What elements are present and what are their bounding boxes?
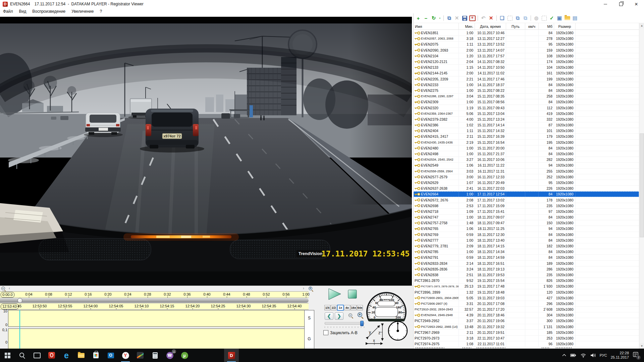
file-row[interactable]: EVEN26291:0716.11.2017 20:49951920x1080 <box>414 180 639 186</box>
menu-item-?[interactable]: ? <box>97 8 105 14</box>
file-row[interactable]: EVEN21041:2013.11.2017 17:571081920x1080 <box>414 53 639 59</box>
file-row[interactable]: EVEN21331:1514.11.2017 10:501041920x1080 <box>414 65 639 70</box>
timeline-slider-handle[interactable] <box>17 298 22 303</box>
file-row[interactable]: EVEN2558-2559, 25643:0316.11.2017 11:312… <box>414 169 639 174</box>
file-row[interactable]: EVEN27181:0917.11.2017 15:41971920x1080 <box>414 209 639 215</box>
sphere-disabled-icon[interactable]: ◍ <box>533 15 540 21</box>
snapshot-icon[interactable]: ▣ <box>556 15 563 21</box>
timeline-scroll-right-icon[interactable]: › <box>303 286 304 291</box>
cascade-windows-icon[interactable]: ⧉ <box>514 15 521 21</box>
file-row[interactable]: EVEN28382:5118.11.2017 19:532351920x1080 <box>414 272 639 278</box>
delete-icon[interactable]: ✕ <box>488 15 494 21</box>
tray-clock[interactable]: 22:28 25.11.2017 <box>611 351 629 360</box>
file-row[interactable]: EVEN2534, 2540, 25423:2716.11.2017 10:06… <box>414 157 639 163</box>
file-row[interactable]: PICT2949-29523:3720.11.2017 19:063001920… <box>414 318 639 324</box>
column-header-км/ч[interactable]: км/ч <box>525 23 539 29</box>
file-row[interactable]: EVEN2430, 2435-24362:1915.11.2017 16:541… <box>414 140 639 145</box>
save-icon[interactable] <box>461 15 468 21</box>
file-row[interactable]: EVEN2359, 2364-23675:0615.11.2017 13:044… <box>414 111 639 117</box>
file-row[interactable]: EVEN20751:1113.11.2017 13:52951920x1080 <box>414 42 639 47</box>
stop-button[interactable] <box>347 289 358 299</box>
column-header-Мин.[interactable]: Мин. <box>459 23 475 29</box>
file-row[interactable]: EVEN26641:0017.11.2017 12:54841920x1080 <box>414 191 639 197</box>
column-header-Дата, время[interactable]: Дата, время <box>475 23 506 29</box>
menu-item-Файл[interactable]: Файл <box>0 8 16 14</box>
file-row[interactable]: EVEN2779, 27812:0918.11.2017 14:15182192… <box>414 243 639 249</box>
file-row[interactable]: EVEN2833-28342:1418.11.2017 16:511891920… <box>414 261 639 266</box>
empty-slot-icon[interactable] <box>506 15 513 21</box>
speed-button-1/4[interactable]: 1/4 <box>324 305 330 310</box>
new-window-icon[interactable]: ❑ <box>499 15 505 21</box>
position-ruler[interactable]: 0:00.0 0:040:080:120:160:200:240:280:320… <box>0 291 309 298</box>
playhead[interactable] <box>19 310 20 349</box>
column-header-Путь[interactable]: Путь <box>506 23 525 29</box>
gsensor-graph[interactable] <box>8 328 305 349</box>
yandex-browser-icon[interactable]: Y <box>118 349 133 362</box>
file-row[interactable]: EVEN24801:0015.11.2017 20:00841920x1080 <box>414 145 639 151</box>
file-row[interactable]: EVEN22751:0015.11.2017 08:22841920x1080 <box>414 88 639 94</box>
step-back-button[interactable]: ❮ <box>325 312 333 320</box>
scroll-up-icon[interactable]: ▲ <box>639 23 644 28</box>
search-button[interactable] <box>15 349 30 362</box>
menu-item-Увеличение[interactable]: Увеличение <box>68 8 97 14</box>
utorrent-icon[interactable]: µ <box>177 349 192 362</box>
file-row[interactable]: EVEN2944, 2946-29484:3920.11.2017 18:463… <box>414 312 639 318</box>
restore-button[interactable] <box>613 0 629 8</box>
table-scrollbar[interactable]: ▲ ▼ <box>639 23 644 349</box>
speed-button-4x[interactable]: 4x <box>344 305 350 310</box>
file-row[interactable]: EVEN27651:0618.11.2017 11:25941920x1080 <box>414 226 639 232</box>
play-button[interactable] <box>327 288 342 301</box>
refresh-list-icon[interactable]: ↻ <box>430 15 437 21</box>
file-row[interactable]: EVEN23091:0015.11.2017 08:56841920x1080 <box>414 99 639 105</box>
video-viewport[interactable]: х974от 72 <box>0 17 412 286</box>
loop-ab-checkbox[interactable] <box>323 330 328 335</box>
cut-disabled-icon[interactable]: ✕ <box>453 15 460 21</box>
opera-icon[interactable] <box>44 349 59 362</box>
file-row[interactable]: EVEN2288, 2290, 22973:0415.11.2017 08:35… <box>414 94 639 99</box>
copy-icon[interactable]: ⧉ <box>446 15 452 21</box>
speed-button-64x[interactable]: 64x <box>357 305 363 310</box>
menu-item-Воспроизведение[interactable]: Воспроизведение <box>29 8 68 14</box>
apply-check-icon[interactable]: ✓ <box>548 15 555 21</box>
speed-button-1x[interactable]: 1x <box>337 305 344 311</box>
file-row[interactable]: EVEN2637-26382:4116.11.2017 22:032261920… <box>414 186 639 191</box>
timeline-zoom-out-icon[interactable]: − <box>1 287 6 292</box>
file-row[interactable]: EVEN27851:0018.11.2017 14:34841920x1080 <box>414 249 639 255</box>
file-explorer-icon[interactable] <box>74 349 89 362</box>
scanner-app-icon[interactable] <box>133 349 148 362</box>
scrollbar-thumb[interactable] <box>640 133 644 237</box>
minimize-button[interactable] <box>598 0 613 8</box>
tile-windows-icon[interactable]: ⧉ <box>522 15 529 21</box>
file-row[interactable]: EVEN25491:0616.11.2017 11:22941920x1080 <box>414 163 639 168</box>
tray-expand-icon[interactable] <box>562 354 567 357</box>
speed-graph[interactable] <box>8 310 305 327</box>
file-row[interactable]: EVEN23861:0215.11.2017 14:14871920x1080 <box>414 122 639 128</box>
edge-icon[interactable]: e <box>59 349 74 362</box>
file-row[interactable]: EVEN26982:5317.11.2017 15:092351920x1080 <box>414 203 639 209</box>
file-row[interactable]: PICT2974-29751:0822.11.2017 11:01961920x… <box>414 341 639 347</box>
add-files-icon[interactable]: + <box>415 15 422 21</box>
close-button[interactable]: ✕ <box>629 0 644 8</box>
file-row[interactable]: EVEN2120-21212:0414.11.2017 08:321741920… <box>414 59 639 65</box>
speed-button-16x[interactable]: 16x <box>351 305 357 310</box>
timeline-zoom-in-icon[interactable]: + <box>309 287 314 292</box>
video-zoom-out-icon[interactable]: − <box>348 313 354 318</box>
start-button[interactable] <box>0 349 15 362</box>
zoom-slider[interactable] <box>325 322 364 324</box>
remove-file-icon[interactable]: − <box>423 15 429 21</box>
clock-ruler[interactable]: 12:53:43 45 12:53:5012:53:5512:54:0012:5… <box>0 303 309 310</box>
file-row[interactable]: EVEN2090, 20932:0013.11.2017 14:07159192… <box>414 48 639 53</box>
column-header-Мб[interactable]: Мб <box>539 23 554 29</box>
file-row[interactable]: EVEN24981:0015.11.2017 21:37841920x1080 <box>414 151 639 157</box>
file-row[interactable]: EVEN23201:1915.11.2017 09:431121920x1080 <box>414 105 639 111</box>
file-row[interactable]: EVEN2757-27581:4818.11.2017 09:471501920… <box>414 220 639 226</box>
frame-disabled-icon[interactable] <box>541 15 547 21</box>
file-row[interactable]: EVEN2379-23824:0015.11.2017 13:243321920… <box>414 117 639 122</box>
file-row[interactable]: EVEN27690:5918.11.2017 12:30841920x1080 <box>414 232 639 238</box>
menu-item-Вид[interactable]: Вид <box>16 8 30 14</box>
file-row[interactable]: EVEN2672, 26762:0817.11.2017 13:02178192… <box>414 197 639 203</box>
file-row[interactable]: EVEN27910:5918.11.2017 14:59841920x1080 <box>414 255 639 260</box>
repair-icon[interactable] <box>469 15 476 21</box>
file-row[interactable]: PICT2953-2962, 2965 (14)13:4820.11.2017 … <box>414 324 639 330</box>
refresh-options-icon[interactable]: ▪ <box>438 15 441 21</box>
